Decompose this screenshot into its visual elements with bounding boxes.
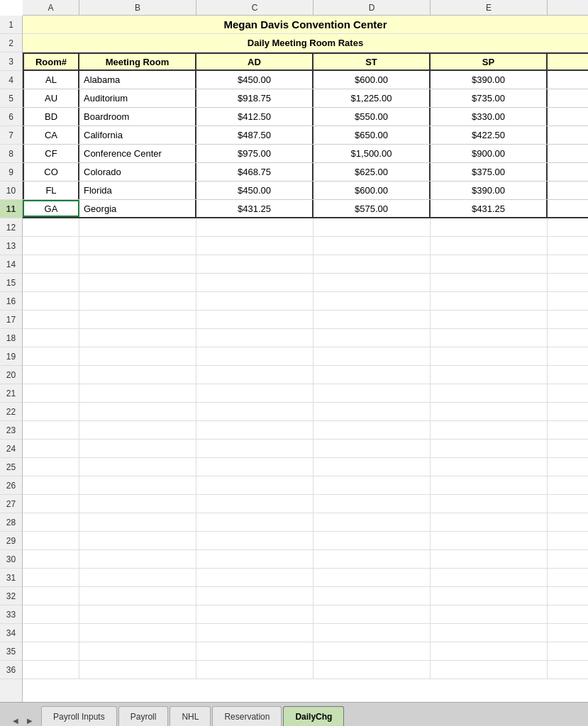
cell-st-4[interactable]: $600.00	[314, 71, 431, 89]
row-num-2: 2	[0, 34, 22, 52]
row-num-23: 23	[0, 421, 22, 440]
empty-rows	[23, 218, 588, 679]
cell-ad-9[interactable]: $468.75	[196, 163, 314, 181]
cell-name-6[interactable]: Boardroom	[79, 108, 196, 125]
nav-arrow-right[interactable]: ▶	[24, 715, 35, 726]
row-num-19: 19	[0, 347, 22, 366]
grid: Megan Davis Convention Center Daily Meet…	[23, 16, 588, 702]
cell-name-11[interactable]: Georgia	[79, 200, 196, 217]
empty-row-36	[23, 661, 588, 679]
cell-room-5[interactable]: AU	[23, 89, 79, 107]
data-row-7[interactable]: CACalifornia$487.50$650.00$422.50	[23, 126, 588, 145]
cell-ad-6[interactable]: $412.50	[196, 108, 314, 125]
cell-name-10[interactable]: Florida	[79, 182, 196, 199]
cell-name-4[interactable]: Alabama	[79, 71, 196, 89]
col-room-label: Room#	[23, 54, 79, 69]
cell-room-11[interactable]: GA	[23, 200, 79, 217]
row-num-35: 35	[0, 642, 22, 661]
row-num-22: 22	[0, 403, 22, 421]
cell-st-5[interactable]: $1,225.00	[314, 89, 431, 107]
row-num-17: 17	[0, 311, 22, 329]
empty-row-19	[23, 347, 588, 366]
row-num-14: 14	[0, 255, 22, 274]
row-num-21: 21	[0, 384, 22, 403]
empty-row-13	[23, 237, 588, 255]
cell-ad-11[interactable]: $431.25	[196, 200, 314, 217]
empty-row-23	[23, 421, 588, 440]
cell-room-7[interactable]: CA	[23, 126, 79, 144]
row-numbers: 1234567891011121314151617181920212223242…	[0, 16, 23, 702]
empty-row-28	[23, 513, 588, 532]
cell-sp-11[interactable]: $431.25	[431, 200, 548, 217]
data-row-8[interactable]: CFConference Center$975.00$1,500.00$900.…	[23, 145, 588, 163]
col-header-a[interactable]: A	[23, 0, 79, 15]
row-num-28: 28	[0, 513, 22, 532]
cell-room-8[interactable]: CF	[23, 145, 79, 162]
tab-nhl[interactable]: NHL	[170, 706, 211, 726]
row-num-33: 33	[0, 605, 22, 624]
empty-row-18	[23, 329, 588, 347]
cell-name-8[interactable]: Conference Center	[79, 145, 196, 162]
col-header-d[interactable]: D	[314, 0, 431, 15]
col-header-c[interactable]: C	[196, 0, 314, 15]
empty-row-31	[23, 569, 588, 587]
cell-sp-9[interactable]: $375.00	[431, 163, 548, 181]
data-row-4[interactable]: ALAlabama$450.00$600.00$390.00	[23, 71, 588, 89]
data-row-11[interactable]: GAGeorgia$431.25$575.00$431.25	[23, 200, 588, 218]
cell-st-7[interactable]: $650.00	[314, 126, 431, 144]
empty-row-34	[23, 624, 588, 642]
cell-sp-8[interactable]: $900.00	[431, 145, 548, 162]
cell-ad-8[interactable]: $975.00	[196, 145, 314, 162]
empty-row-29	[23, 532, 588, 550]
cell-st-6[interactable]: $550.00	[314, 108, 431, 125]
cell-room-10[interactable]: FL	[23, 182, 79, 199]
col-header-b[interactable]: B	[79, 0, 196, 15]
row-num-27: 27	[0, 495, 22, 513]
tab-payroll[interactable]: Payroll	[118, 706, 169, 726]
cell-ad-5[interactable]: $918.75	[196, 89, 314, 107]
row-num-16: 16	[0, 292, 22, 311]
tabs-bar: ◀ ▶ Payroll InputsPayrollNHLReservationD…	[0, 702, 588, 726]
cell-room-9[interactable]: CO	[23, 163, 79, 181]
empty-row-16	[23, 292, 588, 311]
row-num-10: 10	[0, 182, 22, 200]
subtitle-row: Daily Meeting Room Rates	[23, 34, 588, 52]
data-row-9[interactable]: COColorado$468.75$625.00$375.00	[23, 163, 588, 182]
col-header-e[interactable]: E	[431, 0, 548, 15]
cell-st-8[interactable]: $1,500.00	[314, 145, 431, 162]
cell-ad-10[interactable]: $450.00	[196, 182, 314, 199]
cell-room-4[interactable]: AL	[23, 71, 79, 89]
data-row-10[interactable]: FLFlorida$450.00$600.00$390.00	[23, 182, 588, 200]
cell-name-7[interactable]: California	[79, 126, 196, 144]
row-num-11: 11	[0, 200, 22, 218]
tab-payroll-inputs[interactable]: Payroll Inputs	[41, 706, 117, 726]
cell-sp-4[interactable]: $390.00	[431, 71, 548, 89]
cell-sp-10[interactable]: $390.00	[431, 182, 548, 199]
cell-sp-5[interactable]: $735.00	[431, 89, 548, 107]
empty-row-12	[23, 218, 588, 237]
empty-row-30	[23, 550, 588, 569]
tab-reservation[interactable]: Reservation	[212, 706, 282, 726]
tab-dailychg[interactable]: DailyChg	[283, 706, 344, 726]
empty-row-20	[23, 366, 588, 384]
cell-ad-4[interactable]: $450.00	[196, 71, 314, 89]
empty-row-26	[23, 476, 588, 495]
cell-room-6[interactable]: BD	[23, 108, 79, 125]
cell-st-10[interactable]: $600.00	[314, 182, 431, 199]
data-row-6[interactable]: BDBoardroom$412.50$550.00$330.00	[23, 108, 588, 126]
row-num-3: 3	[0, 52, 22, 71]
row-num-30: 30	[0, 550, 22, 569]
nav-arrow-left[interactable]: ◀	[10, 715, 21, 726]
cell-sp-7[interactable]: $422.50	[431, 126, 548, 144]
cell-name-9[interactable]: Colorado	[79, 163, 196, 181]
column-labels-row: Room# Meeting Room AD ST SP	[23, 52, 588, 71]
cell-ad-7[interactable]: $487.50	[196, 126, 314, 144]
cell-sp-6[interactable]: $330.00	[431, 108, 548, 125]
row-num-12: 12	[0, 218, 22, 237]
cell-name-5[interactable]: Auditorium	[79, 89, 196, 107]
empty-row-15	[23, 274, 588, 292]
data-row-5[interactable]: AUAuditorium$918.75$1,225.00$735.00	[23, 89, 588, 108]
cell-st-11[interactable]: $575.00	[314, 200, 431, 217]
cell-st-9[interactable]: $625.00	[314, 163, 431, 181]
empty-row-14	[23, 255, 588, 274]
